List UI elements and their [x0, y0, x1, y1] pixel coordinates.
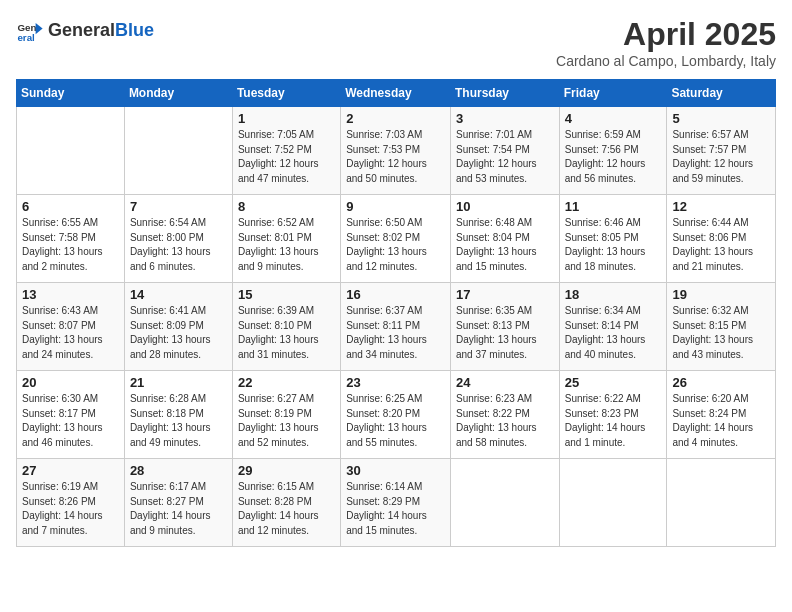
month-title: April 2025 [556, 16, 776, 53]
weekday-header-friday: Friday [559, 80, 667, 107]
weekday-header-tuesday: Tuesday [232, 80, 340, 107]
svg-marker-2 [36, 23, 43, 34]
svg-text:eral: eral [17, 32, 35, 43]
day-number: 14 [130, 287, 227, 302]
day-info: Sunrise: 6:55 AM Sunset: 7:58 PM Dayligh… [22, 216, 119, 274]
day-info: Sunrise: 6:57 AM Sunset: 7:57 PM Dayligh… [672, 128, 770, 186]
day-info: Sunrise: 6:41 AM Sunset: 8:09 PM Dayligh… [130, 304, 227, 362]
calendar-cell [559, 459, 667, 547]
calendar-table: SundayMondayTuesdayWednesdayThursdayFrid… [16, 79, 776, 547]
day-number: 17 [456, 287, 554, 302]
weekday-header-saturday: Saturday [667, 80, 776, 107]
day-info: Sunrise: 7:01 AM Sunset: 7:54 PM Dayligh… [456, 128, 554, 186]
day-info: Sunrise: 7:03 AM Sunset: 7:53 PM Dayligh… [346, 128, 445, 186]
calendar-cell: 22Sunrise: 6:27 AM Sunset: 8:19 PM Dayli… [232, 371, 340, 459]
calendar-cell: 15Sunrise: 6:39 AM Sunset: 8:10 PM Dayli… [232, 283, 340, 371]
calendar-cell: 9Sunrise: 6:50 AM Sunset: 8:02 PM Daylig… [341, 195, 451, 283]
calendar-cell: 19Sunrise: 6:32 AM Sunset: 8:15 PM Dayli… [667, 283, 776, 371]
day-number: 28 [130, 463, 227, 478]
page-header: Gen eral GeneralBlue April 2025 Cardano … [16, 16, 776, 69]
calendar-cell: 30Sunrise: 6:14 AM Sunset: 8:29 PM Dayli… [341, 459, 451, 547]
calendar-cell [17, 107, 125, 195]
day-number: 19 [672, 287, 770, 302]
day-number: 24 [456, 375, 554, 390]
logo: Gen eral GeneralBlue [16, 16, 154, 44]
location-subtitle: Cardano al Campo, Lombardy, Italy [556, 53, 776, 69]
calendar-cell: 27Sunrise: 6:19 AM Sunset: 8:26 PM Dayli… [17, 459, 125, 547]
calendar-cell: 6Sunrise: 6:55 AM Sunset: 7:58 PM Daylig… [17, 195, 125, 283]
calendar-cell: 11Sunrise: 6:46 AM Sunset: 8:05 PM Dayli… [559, 195, 667, 283]
calendar-cell: 25Sunrise: 6:22 AM Sunset: 8:23 PM Dayli… [559, 371, 667, 459]
day-info: Sunrise: 6:23 AM Sunset: 8:22 PM Dayligh… [456, 392, 554, 450]
calendar-cell: 12Sunrise: 6:44 AM Sunset: 8:06 PM Dayli… [667, 195, 776, 283]
logo-text-blue: Blue [115, 20, 154, 40]
logo-text-general: General [48, 20, 115, 40]
weekday-header-monday: Monday [124, 80, 232, 107]
calendar-cell: 14Sunrise: 6:41 AM Sunset: 8:09 PM Dayli… [124, 283, 232, 371]
day-info: Sunrise: 6:15 AM Sunset: 8:28 PM Dayligh… [238, 480, 335, 538]
calendar-week-5: 27Sunrise: 6:19 AM Sunset: 8:26 PM Dayli… [17, 459, 776, 547]
weekday-header-wednesday: Wednesday [341, 80, 451, 107]
day-info: Sunrise: 6:54 AM Sunset: 8:00 PM Dayligh… [130, 216, 227, 274]
day-info: Sunrise: 6:22 AM Sunset: 8:23 PM Dayligh… [565, 392, 662, 450]
calendar-cell: 17Sunrise: 6:35 AM Sunset: 8:13 PM Dayli… [450, 283, 559, 371]
day-number: 12 [672, 199, 770, 214]
calendar-cell: 4Sunrise: 6:59 AM Sunset: 7:56 PM Daylig… [559, 107, 667, 195]
day-number: 1 [238, 111, 335, 126]
day-number: 9 [346, 199, 445, 214]
day-info: Sunrise: 6:37 AM Sunset: 8:11 PM Dayligh… [346, 304, 445, 362]
calendar-week-1: 1Sunrise: 7:05 AM Sunset: 7:52 PM Daylig… [17, 107, 776, 195]
calendar-week-2: 6Sunrise: 6:55 AM Sunset: 7:58 PM Daylig… [17, 195, 776, 283]
calendar-cell: 10Sunrise: 6:48 AM Sunset: 8:04 PM Dayli… [450, 195, 559, 283]
day-info: Sunrise: 6:35 AM Sunset: 8:13 PM Dayligh… [456, 304, 554, 362]
day-info: Sunrise: 6:19 AM Sunset: 8:26 PM Dayligh… [22, 480, 119, 538]
calendar-cell: 8Sunrise: 6:52 AM Sunset: 8:01 PM Daylig… [232, 195, 340, 283]
calendar-cell: 20Sunrise: 6:30 AM Sunset: 8:17 PM Dayli… [17, 371, 125, 459]
weekday-header-sunday: Sunday [17, 80, 125, 107]
day-number: 29 [238, 463, 335, 478]
day-number: 26 [672, 375, 770, 390]
day-number: 3 [456, 111, 554, 126]
day-number: 15 [238, 287, 335, 302]
calendar-body: 1Sunrise: 7:05 AM Sunset: 7:52 PM Daylig… [17, 107, 776, 547]
day-info: Sunrise: 6:59 AM Sunset: 7:56 PM Dayligh… [565, 128, 662, 186]
day-number: 7 [130, 199, 227, 214]
day-number: 30 [346, 463, 445, 478]
calendar-week-3: 13Sunrise: 6:43 AM Sunset: 8:07 PM Dayli… [17, 283, 776, 371]
day-number: 4 [565, 111, 662, 126]
calendar-cell: 3Sunrise: 7:01 AM Sunset: 7:54 PM Daylig… [450, 107, 559, 195]
day-info: Sunrise: 6:32 AM Sunset: 8:15 PM Dayligh… [672, 304, 770, 362]
day-info: Sunrise: 6:50 AM Sunset: 8:02 PM Dayligh… [346, 216, 445, 274]
calendar-cell [124, 107, 232, 195]
day-number: 6 [22, 199, 119, 214]
day-info: Sunrise: 6:25 AM Sunset: 8:20 PM Dayligh… [346, 392, 445, 450]
calendar-cell [450, 459, 559, 547]
day-info: Sunrise: 6:44 AM Sunset: 8:06 PM Dayligh… [672, 216, 770, 274]
calendar-cell: 29Sunrise: 6:15 AM Sunset: 8:28 PM Dayli… [232, 459, 340, 547]
weekday-header-thursday: Thursday [450, 80, 559, 107]
calendar-week-4: 20Sunrise: 6:30 AM Sunset: 8:17 PM Dayli… [17, 371, 776, 459]
day-number: 8 [238, 199, 335, 214]
calendar-cell: 24Sunrise: 6:23 AM Sunset: 8:22 PM Dayli… [450, 371, 559, 459]
day-info: Sunrise: 6:14 AM Sunset: 8:29 PM Dayligh… [346, 480, 445, 538]
day-number: 27 [22, 463, 119, 478]
day-number: 20 [22, 375, 119, 390]
day-info: Sunrise: 6:48 AM Sunset: 8:04 PM Dayligh… [456, 216, 554, 274]
calendar-cell: 23Sunrise: 6:25 AM Sunset: 8:20 PM Dayli… [341, 371, 451, 459]
day-number: 5 [672, 111, 770, 126]
calendar-cell: 5Sunrise: 6:57 AM Sunset: 7:57 PM Daylig… [667, 107, 776, 195]
day-info: Sunrise: 6:28 AM Sunset: 8:18 PM Dayligh… [130, 392, 227, 450]
calendar-cell [667, 459, 776, 547]
day-number: 2 [346, 111, 445, 126]
day-number: 13 [22, 287, 119, 302]
day-number: 18 [565, 287, 662, 302]
calendar-cell: 18Sunrise: 6:34 AM Sunset: 8:14 PM Dayli… [559, 283, 667, 371]
calendar-cell: 2Sunrise: 7:03 AM Sunset: 7:53 PM Daylig… [341, 107, 451, 195]
day-number: 16 [346, 287, 445, 302]
day-number: 11 [565, 199, 662, 214]
calendar-cell: 13Sunrise: 6:43 AM Sunset: 8:07 PM Dayli… [17, 283, 125, 371]
day-info: Sunrise: 6:39 AM Sunset: 8:10 PM Dayligh… [238, 304, 335, 362]
day-info: Sunrise: 6:17 AM Sunset: 8:27 PM Dayligh… [130, 480, 227, 538]
calendar-cell: 1Sunrise: 7:05 AM Sunset: 7:52 PM Daylig… [232, 107, 340, 195]
calendar-cell: 28Sunrise: 6:17 AM Sunset: 8:27 PM Dayli… [124, 459, 232, 547]
